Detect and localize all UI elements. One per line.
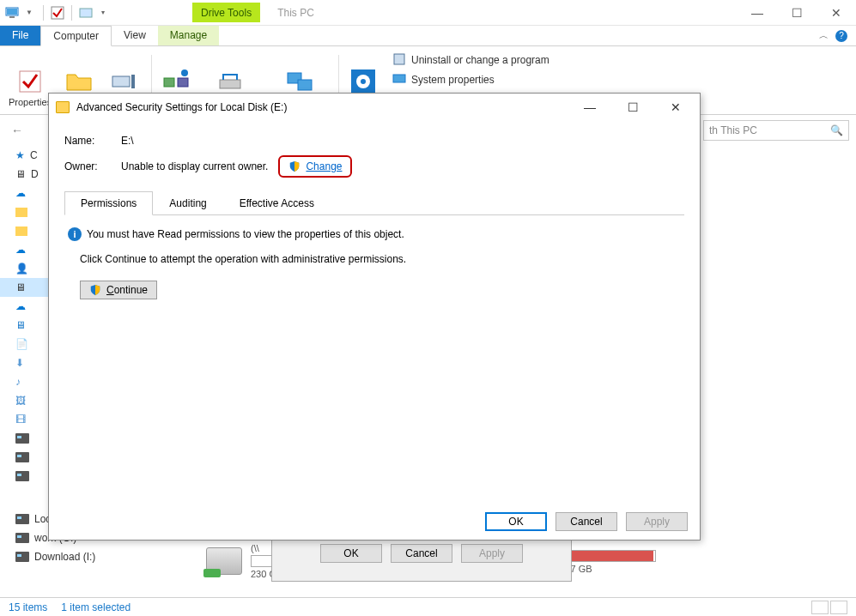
- advanced-security-dialog: Advanced Security Settings for Local Dis…: [48, 93, 701, 541]
- drive-icon: [15, 433, 29, 444]
- ok-button[interactable]: OK: [320, 544, 382, 563]
- drive-icon: [15, 552, 29, 562]
- pictures-icon: 🖼: [15, 395, 26, 407]
- ribbon-links: Uninstall or change a program System pro…: [392, 52, 549, 88]
- item-count: 15 items: [9, 601, 47, 613]
- back-button[interactable]: ←: [7, 120, 27, 141]
- details-view-button[interactable]: [811, 601, 829, 614]
- tab-content: i You must have Read permissions to view…: [64, 215, 684, 495]
- properties-label: Properties: [9, 97, 52, 107]
- folder-open-icon: [65, 68, 93, 95]
- svg-point-16: [361, 79, 366, 84]
- documents-icon: 📄: [15, 338, 28, 350]
- tab-effective-access[interactable]: Effective Access: [223, 191, 331, 214]
- search-icon: 🔍: [830, 124, 843, 136]
- help-icon[interactable]: ?: [835, 30, 847, 42]
- tab-computer[interactable]: Computer: [40, 26, 112, 46]
- folder-icon: [15, 226, 27, 236]
- owner-value: Unable to display current owner.: [121, 160, 268, 172]
- checkbox-icon[interactable]: [51, 6, 64, 20]
- map-network-icon: [216, 68, 244, 95]
- maximize-button[interactable]: ☐: [777, 0, 817, 26]
- continue-label: Continue: [106, 284, 148, 296]
- system-props-link[interactable]: System properties: [392, 72, 549, 88]
- continue-text: Click Continue to attempt the operation …: [80, 253, 681, 265]
- add-network-icon: [286, 68, 313, 95]
- maximize-button[interactable]: ☐: [621, 100, 645, 114]
- close-button[interactable]: ✕: [817, 0, 856, 26]
- search-box[interactable]: th This PC 🔍: [703, 120, 849, 141]
- ribbon-tabs: File Computer View Manage ︿ ?: [0, 26, 856, 46]
- dialog-tabs: Permissions Auditing Effective Access: [64, 191, 684, 215]
- dialog-body: Name: E:\ Owner: Unable to display curre…: [49, 121, 700, 504]
- tab-view[interactable]: View: [112, 26, 158, 45]
- info-icon: i: [68, 227, 82, 241]
- close-button[interactable]: ✕: [664, 100, 688, 114]
- cancel-button[interactable]: Cancel: [555, 512, 617, 531]
- tiles-view-button[interactable]: [830, 601, 847, 614]
- nav-label: C: [30, 149, 38, 161]
- cloud-icon: ☁: [15, 300, 26, 312]
- drive-icon: [15, 533, 29, 543]
- minimize-button[interactable]: —: [738, 0, 777, 26]
- info-message: i You must have Read permissions to view…: [68, 227, 681, 241]
- change-owner-highlight: Change: [278, 155, 352, 178]
- tab-manage[interactable]: Manage: [158, 26, 219, 45]
- cancel-button[interactable]: Cancel: [391, 544, 452, 563]
- svg-rect-17: [394, 54, 404, 64]
- dropdown-icon[interactable]: ▾: [96, 6, 110, 20]
- shield-icon: [89, 284, 101, 296]
- svg-rect-18: [393, 75, 405, 82]
- view-switcher: [811, 601, 847, 614]
- drive-icon: [15, 514, 29, 524]
- videos-icon: 🎞: [15, 414, 26, 426]
- quick-access-toolbar: ▼ ▾: [0, 5, 115, 21]
- drive-tools-contextual-tab[interactable]: Drive Tools: [192, 3, 260, 22]
- svg-rect-5: [20, 71, 40, 92]
- svg-rect-11: [220, 80, 240, 88]
- system-props-label: System properties: [411, 74, 495, 86]
- ok-button[interactable]: OK: [485, 512, 547, 531]
- new-folder-icon[interactable]: [79, 6, 93, 20]
- pc-icon: [5, 6, 19, 20]
- apply-button[interactable]: Apply: [461, 544, 523, 563]
- search-placeholder: th This PC: [709, 124, 757, 136]
- continue-button[interactable]: Continue: [80, 281, 157, 299]
- name-value: E:\: [121, 135, 134, 147]
- window-title: This PC: [277, 7, 314, 19]
- music-icon: ♪: [15, 376, 21, 388]
- downloads-icon: ⬇: [15, 357, 24, 369]
- window-controls: — ☐ ✕: [738, 0, 856, 26]
- change-owner-link[interactable]: Change: [306, 160, 342, 172]
- main-titlebar: ▼ ▾ Drive Tools This PC — ☐ ✕: [0, 0, 856, 26]
- system-props-icon: [392, 72, 406, 88]
- name-label: Name:: [64, 135, 121, 147]
- uninstall-label: Uninstall or change a program: [411, 54, 549, 66]
- nav-label: Download (I:): [34, 551, 95, 563]
- apply-button: Apply: [626, 512, 688, 531]
- svg-point-10: [181, 69, 188, 76]
- owner-label: Owner:: [64, 160, 121, 172]
- tab-auditing[interactable]: Auditing: [153, 191, 222, 214]
- network-drive-icon: [206, 547, 242, 575]
- dropdown-icon[interactable]: ▼: [22, 6, 36, 20]
- status-bar: 15 items 1 item selected: [0, 597, 856, 616]
- nav-drive-i[interactable]: Download (I:): [0, 547, 180, 566]
- user-icon: 👤: [15, 263, 28, 275]
- onedrive-icon: ☁: [15, 187, 26, 199]
- uninstall-link[interactable]: Uninstall or change a program: [392, 52, 549, 69]
- dialog-footer: OK Cancel Apply: [49, 504, 700, 540]
- tab-permissions[interactable]: Permissions: [64, 191, 153, 215]
- tab-file[interactable]: File: [0, 26, 40, 45]
- svg-rect-8: [164, 78, 174, 87]
- collapse-ribbon-icon[interactable]: ︿: [819, 29, 829, 42]
- drive-icon: [15, 452, 29, 462]
- properties-icon: [16, 68, 44, 95]
- folder-icon: [15, 208, 27, 217]
- svg-rect-13: [298, 80, 312, 90]
- minimize-button[interactable]: —: [578, 100, 602, 114]
- access-icon: [162, 68, 190, 95]
- svg-rect-7: [131, 75, 135, 88]
- folder-icon: [56, 101, 70, 113]
- uninstall-icon: [392, 52, 406, 69]
